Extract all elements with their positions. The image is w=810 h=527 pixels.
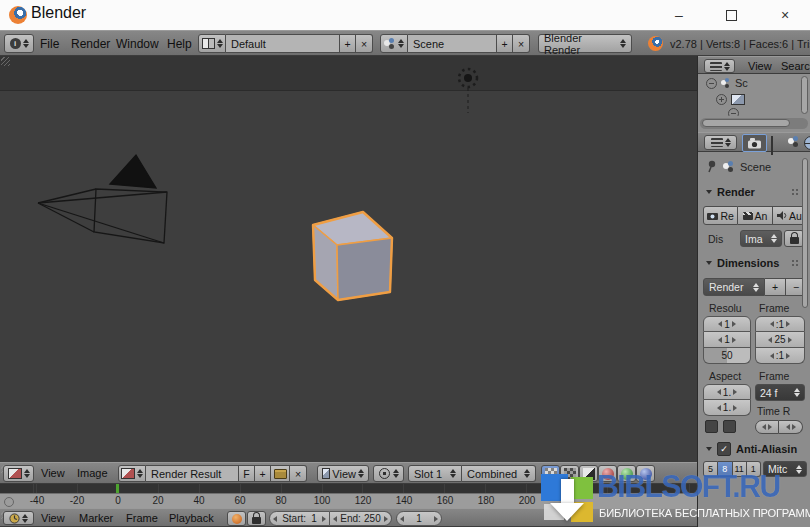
fake-user-button[interactable]: F: [239, 465, 255, 482]
lock-range-button[interactable]: [247, 511, 266, 526]
frame-start-input[interactable]: Start: 1: [269, 511, 330, 526]
panel-header-dimensions[interactable]: Dimensions: [706, 256, 806, 270]
resolution-percentage-slider[interactable]: 50: [703, 348, 751, 364]
slot-dropdown[interactable]: Slot 1: [408, 465, 462, 482]
breadcrumb-label[interactable]: Scene: [740, 161, 771, 173]
minimize-button[interactable]: –: [664, 4, 694, 26]
current-frame-marker[interactable]: [116, 484, 119, 493]
maximize-button[interactable]: [716, 4, 746, 26]
time-old-stepper[interactable]: [755, 420, 779, 434]
border-checkbox[interactable]: [705, 420, 718, 433]
tab-render[interactable]: [742, 134, 767, 152]
outliner-vscrollbar[interactable]: [801, 76, 808, 114]
timeline-menu-marker[interactable]: Marker: [79, 512, 113, 524]
aspect-x-field[interactable]: 1.: [703, 384, 751, 400]
image-unlink-button[interactable]: ×: [290, 465, 307, 482]
aspect-y-field[interactable]: 1.: [703, 400, 751, 416]
renderlayers-icon: [731, 94, 745, 105]
photo-icon: [322, 468, 330, 479]
render-camera-icon: [707, 211, 718, 220]
image-menu-image[interactable]: Image: [77, 467, 108, 479]
menu-render[interactable]: Render: [71, 37, 110, 51]
updown-arrows-icon: [724, 62, 730, 71]
close-button[interactable]: ×: [770, 4, 800, 26]
frame-step-field[interactable]: :1: [755, 348, 805, 364]
render-engine-dropdown[interactable]: Blender Render: [538, 34, 632, 53]
expand-icon[interactable]: [716, 94, 727, 105]
camera-object[interactable]: [38, 155, 167, 243]
image-view-dropdown[interactable]: View: [317, 465, 369, 482]
pass-dropdown[interactable]: Combined: [462, 465, 536, 482]
preset-add-button[interactable]: +: [765, 278, 786, 296]
aspect-label: Aspect: [709, 370, 741, 382]
sync-playback-button[interactable]: [227, 511, 246, 526]
scene-add-button[interactable]: +: [497, 34, 513, 53]
pin-icon[interactable]: [706, 160, 717, 173]
properties-vscrollbar[interactable]: [802, 158, 808, 308]
scene-browse-button[interactable]: [380, 34, 408, 53]
timeline-menu-frame[interactable]: Frame: [126, 512, 158, 524]
layout-name-field[interactable]: Default: [226, 34, 340, 53]
panel-expand-icon: [706, 447, 712, 451]
outliner-row-partial[interactable]: [728, 108, 788, 116]
panel-header-render[interactable]: Render: [706, 185, 806, 199]
pivot-dropdown[interactable]: [373, 465, 404, 482]
render-preset-dropdown[interactable]: Render: [703, 278, 765, 296]
ruler-tick: 20: [152, 495, 163, 506]
ruler-tick: -20: [70, 495, 84, 506]
resolution-x-field[interactable]: 1: [703, 316, 751, 332]
current-frame-input[interactable]: 1: [396, 511, 442, 526]
time-new-stepper[interactable]: [779, 420, 803, 434]
lamp-object[interactable]: [459, 69, 477, 113]
watermark-title: BIBLSOFT.RU: [597, 469, 804, 505]
speaker-icon: [777, 211, 787, 220]
tab-world[interactable]: [804, 136, 810, 150]
lock-interface-button[interactable]: [784, 230, 804, 247]
outliner-row-renderlayers[interactable]: [710, 92, 798, 106]
scene-name-field[interactable]: Scene: [408, 34, 497, 53]
tab-render-layers[interactable]: [771, 137, 773, 155]
frame-end-field[interactable]: 25: [755, 332, 805, 348]
layout-add-button[interactable]: +: [340, 34, 356, 53]
antialiasing-checkbox[interactable]: ✓: [717, 442, 731, 456]
timeline-menu-playback[interactable]: Playback: [169, 512, 214, 524]
clapperboard-icon: [743, 212, 753, 220]
outliner-menu-search[interactable]: Search: [781, 60, 810, 72]
frame-end-input[interactable]: End: 250: [330, 511, 392, 526]
render-layers-icon: [771, 136, 773, 155]
panel-header-antialiasing[interactable]: ✓ Anti-Aliasin: [706, 442, 806, 456]
framerate-dropdown[interactable]: 24 f: [755, 384, 805, 401]
render-button[interactable]: Re: [703, 206, 738, 225]
image-open-button[interactable]: [271, 465, 290, 482]
editor-type-button-outliner[interactable]: [704, 59, 735, 73]
editor-type-button-image[interactable]: [3, 465, 34, 482]
collapse-icon[interactable]: [706, 78, 717, 89]
menu-window[interactable]: Window: [116, 37, 159, 51]
editor-type-button-timeline[interactable]: [3, 511, 34, 525]
image-menu-view[interactable]: View: [41, 467, 65, 479]
editor-type-button-properties[interactable]: [704, 135, 737, 150]
layout-browse-button[interactable]: [198, 34, 226, 53]
outliner-menu-view[interactable]: View: [748, 60, 772, 72]
crop-checkbox[interactable]: [723, 420, 736, 433]
panel-drag-dots[interactable]: [791, 259, 800, 267]
outliner-hscrollbar[interactable]: [700, 118, 808, 129]
editor-type-button-info[interactable]: i: [4, 34, 34, 53]
outliner-row-scene[interactable]: Sc: [698, 76, 798, 90]
layout-delete-button[interactable]: ×: [356, 34, 373, 53]
frame-start-field[interactable]: :1: [755, 316, 805, 332]
cube-object[interactable]: [313, 212, 392, 300]
viewport-3d[interactable]: [0, 56, 697, 462]
image-name-field[interactable]: Render Result: [146, 465, 239, 482]
scrollbar-thumb[interactable]: [702, 119, 790, 127]
display-mode-dropdown[interactable]: Ima: [740, 230, 782, 247]
animation-button[interactable]: An: [738, 206, 772, 225]
menu-file[interactable]: File: [40, 37, 59, 51]
menu-help[interactable]: Help: [167, 37, 192, 51]
timeline-menu-view[interactable]: View: [41, 512, 65, 524]
panel-drag-dots[interactable]: [791, 188, 800, 196]
image-browse-button[interactable]: [118, 465, 146, 482]
scene-delete-button[interactable]: ×: [513, 34, 530, 53]
image-add-button[interactable]: +: [255, 465, 271, 482]
resolution-y-field[interactable]: 1: [703, 332, 751, 348]
